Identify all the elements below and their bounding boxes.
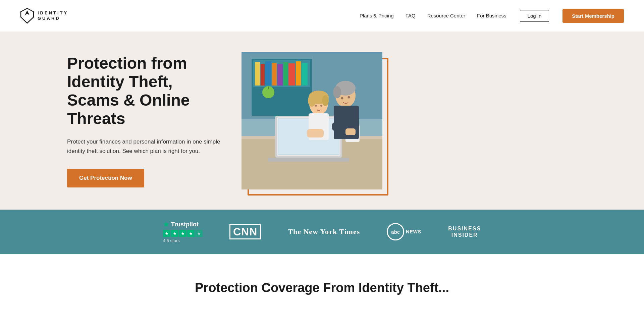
main-nav: Plans & Pricing FAQ Resource Center For … [360,13,506,19]
svg-point-35 [341,97,343,100]
star-half: ★ [195,230,203,237]
nav-for-business[interactable]: For Business [477,13,506,18]
svg-rect-7 [272,63,277,86]
svg-point-27 [322,95,329,106]
svg-point-26 [308,95,316,107]
svg-rect-5 [261,64,265,86]
star-3: ★ [179,230,186,237]
svg-point-30 [320,105,322,107]
logo-area: IDENTITY GUARD [20,8,68,24]
trustpilot-name: ★ Trustpilot [163,220,199,228]
svg-rect-8 [277,64,283,86]
abc-circle: abc [387,223,404,240]
nav-plans-pricing[interactable]: Plans & Pricing [360,13,394,18]
hero-image [241,52,382,189]
star-2: ★ [171,230,178,237]
nav-faq[interactable]: FAQ [406,13,416,18]
trustpilot-rating: 4.5 stars [163,238,180,243]
trustpilot-block: ★ Trustpilot ★ ★ ★ ★ ★ 4.5 stars [163,220,203,243]
hero-section: Protection from Identity Theft, Scams & … [0,32,644,210]
svg-rect-6 [265,61,271,86]
svg-rect-37 [307,129,324,137]
login-button[interactable]: Log In [520,10,549,22]
start-membership-button[interactable]: Start Membership [562,9,624,23]
abc-news-text: NEWS [406,229,421,234]
hero-content: Protection from Identity Theft, Scams & … [67,54,241,188]
header-right: Plans & Pricing FAQ Resource Center For … [360,9,624,23]
business-insider-logo: BUSINESSINSIDER [448,225,481,238]
svg-rect-4 [255,62,260,86]
cnn-logo-text: CNN [229,224,261,239]
get-protection-button[interactable]: Get Protection Now [67,169,144,187]
trustpilot-label: Trustpilot [171,221,199,228]
cnn-logo: CNN [229,226,261,238]
hero-title: Protection from Identity Theft, Scams & … [67,54,221,128]
star-1: ★ [163,230,170,237]
abc-logo: abc NEWS [387,223,421,240]
hero-image-wrapper [241,52,382,189]
bottom-section: Protection Coverage From Identity Theft.… [0,254,644,309]
svg-rect-39 [345,128,356,135]
bi-logo-text: BUSINESSINSIDER [448,225,481,238]
svg-rect-23 [268,158,349,162]
logo-icon [20,8,34,24]
nav-resource-center[interactable]: Resource Center [427,13,465,18]
svg-rect-11 [296,61,301,86]
svg-rect-12 [302,63,308,86]
trustpilot-stars: ★ ★ ★ ★ ★ [163,230,203,237]
hero-subtitle: Protect your finances and personal infor… [67,137,221,156]
svg-rect-10 [288,63,295,86]
hero-illustration [241,52,382,189]
trustpilot-star-icon: ★ [163,220,169,228]
star-4: ★ [187,230,195,237]
nyt-logo: The New York Times [288,227,360,236]
svg-point-29 [315,105,317,107]
bottom-title: Protection Coverage From Identity Theft.… [67,281,577,295]
svg-point-36 [348,96,350,99]
header: IDENTITY GUARD Plans & Pricing FAQ Resou… [0,0,644,32]
svg-point-33 [333,86,341,98]
press-bar: ★ Trustpilot ★ ★ ★ ★ ★ 4.5 stars CNN The… [0,210,644,254]
svg-rect-14 [268,87,269,89]
nyt-logo-text: The New York Times [288,227,360,236]
logo-text: IDENTITY GUARD [38,10,68,21]
svg-rect-9 [283,62,288,86]
